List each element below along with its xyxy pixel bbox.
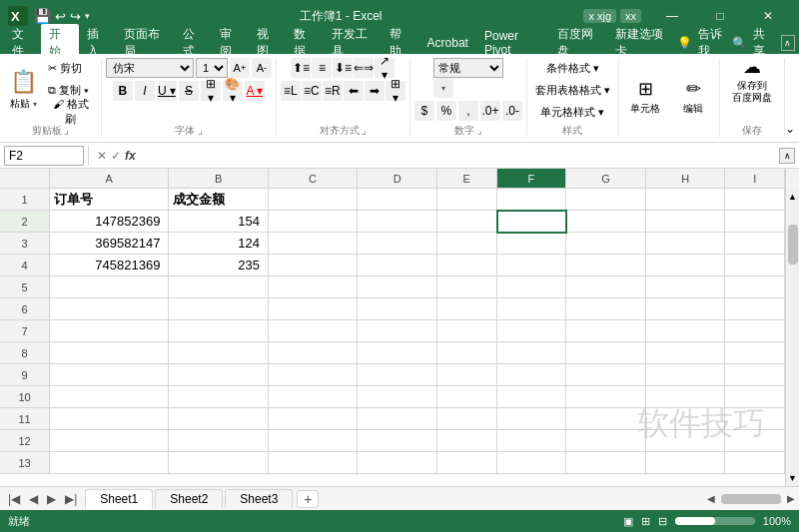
zoom-slider[interactable] (675, 517, 755, 525)
cell-H10[interactable] (646, 386, 726, 408)
conditional-format-button[interactable]: 条件格式 ▾ (542, 58, 603, 78)
col-header-H[interactable]: H (646, 169, 726, 189)
menu-acrobat[interactable]: Acrobat (419, 34, 476, 52)
cell-E9[interactable] (437, 364, 497, 386)
cell-I7[interactable] (725, 320, 785, 342)
cell-F11[interactable] (497, 408, 567, 430)
row-header-1[interactable]: 1 (0, 189, 50, 211)
sheet-tab-2[interactable]: Sheet2 (155, 489, 223, 508)
edit-button[interactable]: ✏ 编辑 (671, 75, 715, 119)
cell-C10[interactable] (269, 386, 359, 408)
cell-reference-box[interactable]: F2 (4, 146, 84, 166)
cell-H6[interactable] (646, 298, 726, 320)
cell-C11[interactable] (269, 408, 359, 430)
cell-G1[interactable] (566, 189, 646, 211)
cell-G7[interactable] (566, 320, 646, 342)
cell-G2[interactable] (566, 211, 646, 233)
cell-C8[interactable] (269, 342, 359, 364)
cell-A10[interactable] (50, 386, 169, 408)
increase-font-button[interactable]: A+ (230, 58, 250, 78)
row-header-7[interactable]: 7 (0, 320, 50, 342)
font-color-button[interactable]: A ▾ (245, 81, 265, 101)
cell-D1[interactable] (358, 189, 437, 211)
redo-icon[interactable]: ↪ (70, 9, 81, 24)
cell-D9[interactable] (358, 364, 437, 386)
italic-button[interactable]: I (135, 81, 155, 101)
percent-button[interactable]: % (436, 101, 456, 121)
row-header-2[interactable]: 2 (0, 211, 50, 233)
cell-A1[interactable]: 订单号 (50, 189, 169, 211)
cell-F7[interactable] (497, 320, 567, 342)
cell-A7[interactable] (50, 320, 169, 342)
cell-D12[interactable] (358, 430, 437, 452)
cell-G3[interactable] (566, 233, 646, 255)
cell-B6[interactable] (169, 298, 268, 320)
row-header-8[interactable]: 8 (0, 342, 50, 364)
comma-button[interactable]: , (458, 101, 478, 121)
cell-I5[interactable] (725, 276, 785, 298)
cell-A11[interactable] (50, 408, 169, 430)
cell-B12[interactable] (169, 430, 268, 452)
cell-I12[interactable] (725, 430, 785, 452)
row-header-11[interactable]: 11 (0, 408, 50, 430)
cell-D4[interactable] (358, 255, 437, 276)
cell-A3[interactable]: 369582147 (50, 233, 169, 255)
cell-D6[interactable] (358, 298, 437, 320)
strikethrough-button[interactable]: S (179, 81, 199, 101)
cell-D2[interactable] (358, 211, 437, 233)
sheet-nav-first[interactable]: |◀ (4, 490, 24, 508)
cell-C5[interactable] (269, 276, 359, 298)
paste-button[interactable]: 📋 粘贴 ▾ (4, 68, 42, 112)
cell-E11[interactable] (437, 408, 497, 430)
number-format-dropdown[interactable]: ▾ (433, 78, 453, 98)
cell-E4[interactable] (437, 255, 497, 276)
cell-H3[interactable] (646, 233, 726, 255)
scrollbar-thumb-v[interactable] (788, 225, 798, 265)
cell-I4[interactable] (725, 255, 785, 276)
cell-D8[interactable] (358, 342, 437, 364)
cell-G4[interactable] (566, 255, 646, 276)
cell-style-button[interactable]: 单元格样式 ▾ (536, 102, 608, 122)
cell-C3[interactable] (269, 233, 358, 255)
cell-A2[interactable]: 147852369 (50, 211, 169, 233)
col-header-F[interactable]: F (497, 169, 567, 189)
cell-G13[interactable] (566, 452, 646, 474)
cell-H1[interactable] (646, 189, 726, 211)
cell-G8[interactable] (566, 342, 646, 364)
row-header-9[interactable]: 9 (0, 364, 50, 386)
cell-G5[interactable] (566, 276, 646, 298)
cell-I13[interactable] (725, 452, 785, 474)
decrease-font-button[interactable]: A- (252, 58, 272, 78)
cell-C13[interactable] (269, 452, 359, 474)
save-to-baidu-button[interactable]: ☁ 保存到百度网盘 (724, 58, 780, 102)
cell-C9[interactable] (269, 364, 359, 386)
cell-H9[interactable] (646, 364, 726, 386)
col-header-E[interactable]: E (437, 169, 497, 189)
currency-button[interactable]: $ (414, 101, 434, 121)
align-bottom-button[interactable]: ⬇≡ (333, 58, 353, 78)
cell-A6[interactable] (50, 298, 169, 320)
cell-G10[interactable] (566, 386, 646, 408)
cell-C2[interactable] (269, 211, 358, 233)
cell-H4[interactable] (646, 255, 726, 276)
cell-A9[interactable] (50, 364, 169, 386)
scroll-up-button[interactable]: ▲ (788, 189, 798, 205)
row-header-3[interactable]: 3 (0, 233, 50, 255)
cell-A5[interactable] (50, 276, 169, 298)
merge-button[interactable]: ⊞ ▾ (386, 81, 405, 101)
row-header-5[interactable]: 5 (0, 276, 50, 298)
cell-B8[interactable] (169, 342, 268, 364)
cell-F4[interactable] (497, 255, 567, 276)
border-button[interactable]: ⊞ ▾ (201, 81, 221, 101)
bold-button[interactable]: B (113, 81, 133, 101)
cell-A8[interactable] (50, 342, 169, 364)
cell-H13[interactable] (646, 452, 726, 474)
cell-G9[interactable] (566, 364, 646, 386)
cell-H12[interactable] (646, 430, 726, 452)
cell-G12[interactable] (566, 430, 646, 452)
decrease-indent-button[interactable]: ⬅ (344, 81, 364, 101)
increase-indent-button[interactable]: ➡ (365, 81, 385, 101)
view-preview-button[interactable]: ⊟ (658, 515, 667, 528)
sheet-nav-last[interactable]: ▶| (61, 490, 81, 508)
cell-F5[interactable] (497, 276, 567, 298)
